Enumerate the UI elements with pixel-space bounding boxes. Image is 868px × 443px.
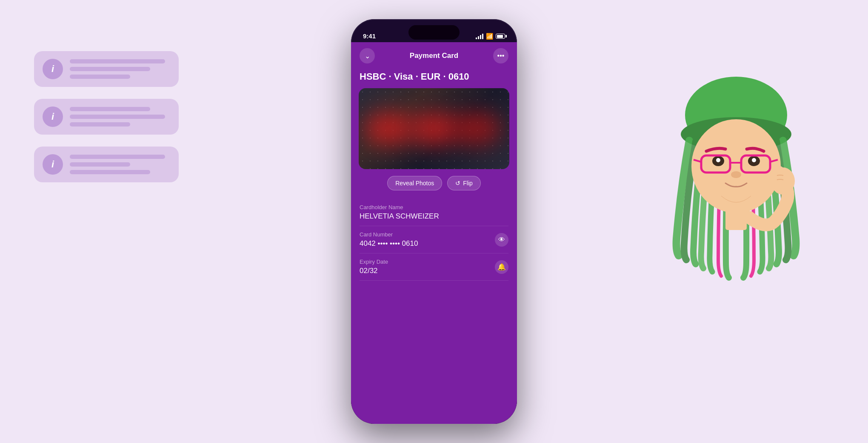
phone-screen: ⌄ Payment Card ••• HSBC · Visa · EUR · 0… — [351, 42, 517, 424]
ellipsis-icon: ••• — [497, 52, 505, 60]
eye-icon: 👁 — [498, 236, 505, 244]
bg-card-line — [70, 115, 165, 119]
memoji-avatar — [655, 68, 817, 315]
bg-card-3: i — [34, 147, 179, 182]
bg-card-lines-2 — [70, 107, 170, 127]
expiry-alert-button[interactable]: 🔔 — [495, 260, 508, 274]
more-options-button[interactable]: ••• — [493, 48, 508, 63]
cardholder-value: HELVETIA SCHWEIZER — [360, 212, 508, 221]
expiry-row: Expiry Date 02/32 🔔 — [360, 253, 508, 281]
flip-label: Flip — [463, 180, 473, 187]
blur-shape-3 — [451, 112, 502, 146]
back-button[interactable]: ⌄ — [360, 48, 375, 63]
card-blur-overlay — [359, 88, 509, 169]
reveal-card-number-button[interactable]: 👁 — [495, 233, 508, 247]
action-buttons: Reveal Photos ↺ Flip — [351, 169, 517, 197]
svg-point-12 — [731, 171, 741, 178]
cardholder-row: Cardholder Name HELVETIA SCHWEIZER — [360, 199, 508, 226]
bg-card-line — [70, 170, 150, 174]
bg-card-2: i — [34, 99, 179, 135]
bg-card-lines-1 — [70, 59, 170, 79]
wifi-icon: 📶 — [486, 33, 493, 40]
status-time: 9:41 — [361, 32, 376, 40]
bg-card-line — [70, 155, 165, 159]
flip-icon: ↺ — [455, 180, 460, 187]
bg-card-icon-1: i — [43, 59, 63, 79]
bg-card-icon-3: i — [43, 154, 63, 175]
phone-frame: 9:41 📶 — [351, 19, 517, 424]
bg-card-line — [70, 107, 150, 111]
card-number-row: Card Number 4042 •••• •••• 0610 👁 — [360, 226, 508, 253]
flip-button[interactable]: ↺ Flip — [447, 176, 481, 190]
screen-title: Payment Card — [410, 52, 458, 60]
svg-point-6 — [752, 158, 756, 162]
chevron-down-icon: ⌄ — [365, 52, 370, 60]
background-cards: i i i — [34, 51, 179, 182]
bg-card-line — [70, 162, 130, 167]
phone-wrapper: 9:41 📶 — [351, 19, 517, 424]
bg-card-line — [70, 122, 130, 127]
bg-card-line — [70, 59, 165, 63]
battery-icon — [496, 34, 507, 39]
status-icons: 📶 — [476, 33, 507, 40]
bg-card-line — [70, 67, 150, 71]
signal-icon — [476, 34, 483, 39]
expiry-label: Expiry Date — [360, 259, 508, 265]
bg-card-lines-3 — [70, 155, 170, 174]
card-number-value: 4042 •••• •••• 0610 — [360, 239, 508, 248]
app-header: ⌄ Payment Card ••• — [351, 42, 517, 68]
blur-shape-1 — [363, 112, 414, 146]
expiry-value: 02/32 — [360, 267, 508, 275]
card-details: Cardholder Name HELVETIA SCHWEIZER Card … — [351, 197, 517, 282]
svg-point-5 — [716, 158, 720, 162]
dynamic-island — [408, 25, 460, 40]
bg-card-1: i — [34, 51, 179, 87]
card-number-label: Card Number — [360, 231, 508, 238]
card-image — [359, 88, 509, 169]
bell-icon: 🔔 — [497, 263, 506, 271]
card-title: HSBC · Visa · EUR · 0610 — [351, 68, 517, 88]
bg-card-icon-2: i — [43, 106, 63, 127]
cardholder-label: Cardholder Name — [360, 204, 508, 210]
reveal-photos-button[interactable]: Reveal Photos — [387, 176, 442, 190]
bg-card-line — [70, 75, 130, 79]
